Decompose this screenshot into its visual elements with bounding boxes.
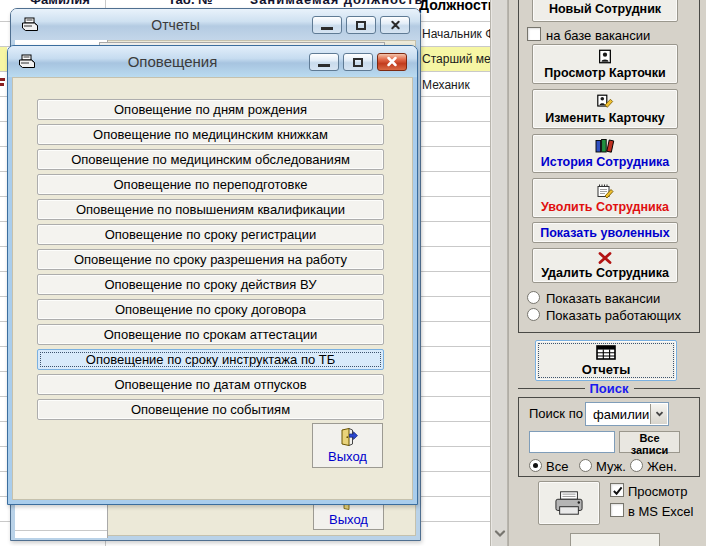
reports-exit-label: Выход [329,512,368,527]
gender-female-radio[interactable] [630,459,643,472]
gender-male-radio[interactable] [579,459,592,472]
books-icon [595,138,615,153]
alert-button[interactable]: Оповещение по повышениям квалификации [37,199,384,220]
bottom-cut-button[interactable] [570,533,660,546]
view-card-label: Просмотр Карточки [544,66,665,80]
preview-checkbox[interactable] [610,483,624,497]
alert-button[interactable]: Оповещение по дням рождения [37,99,384,120]
excel-label: в MS Excel [628,504,693,519]
alert-button[interactable]: Оповещение по сроку действия ВУ [37,274,384,295]
reports-window-titlebar[interactable]: Отчеты [11,9,420,40]
table-grid-icon [596,345,616,360]
alerts-window-client: Оповещение по дням рождения Оповещение п… [12,77,413,500]
close-icon [390,20,401,30]
close-icon [386,56,398,67]
printer-fax-icon [18,54,36,70]
reports-button-label: Отчеты [582,362,631,377]
table-vertical-scrollbar[interactable] [490,0,508,546]
alert-button[interactable]: Оповещение по медицинским книжкам [37,124,384,145]
search-group-label: Поиск [590,381,629,396]
edit-card-label: Изменить Карточку [545,111,665,125]
close-button[interactable] [377,53,407,71]
maximize-button[interactable] [343,53,373,71]
delete-employee-button[interactable]: Удалить Сотрудника [532,248,678,283]
table-row[interactable]: Начальник Ф [422,27,494,41]
alert-button-focused[interactable]: Оповещение по сроку инструктажа по ТБ [37,349,384,370]
row-text-sliver [0,78,5,81]
alerts-window-title: Оповещения [36,53,309,70]
selected-row-highlight-left [0,47,7,71]
alert-button[interactable]: Оповещение по датам отпусков [37,374,384,395]
column-header-position-long: Занимаемая должность [250,0,423,7]
column-header-position: Должность [419,0,490,15]
preview-label: Просмотр [628,484,687,499]
minimize-button[interactable] [309,53,339,71]
alert-button[interactable]: Оповещение по переподготовке [37,174,384,195]
search-groupbox: Поиск по фамилии Все записи Все Муж. Жен… [518,397,700,477]
gender-female-label: Жен. [647,459,677,474]
app-screen: Фамилия Таб. № Занимаемая должность Долж… [0,0,706,546]
view-card-button[interactable]: Просмотр Карточки [532,44,678,84]
person-portrait-icon [597,49,613,64]
chevron-down-icon [655,411,664,417]
history-label: История Сотрудника [541,155,670,169]
row-text-sliver [0,83,4,86]
printer-fax-icon [21,17,39,33]
table-row[interactable]: Старший мех [422,52,496,66]
reports-window-title: Отчеты [39,17,312,33]
column-header-tab-no: Таб. № [168,0,213,7]
vacancy-base-label: на базе вакансии [546,28,650,43]
employee-actions-panel: Новый Сотрудник на базе вакансии Просмот… [508,0,706,546]
close-button[interactable] [380,16,410,34]
alert-button[interactable]: Оповещение по событиям [37,399,384,420]
search-by-value: фамилии [593,407,649,422]
chevron-down-icon [494,530,506,538]
edit-card-button[interactable]: Изменить Карточку [532,89,678,129]
show-dismissed-label: Показать уволенных [540,226,670,240]
search-query-input[interactable] [529,431,615,453]
alert-button[interactable]: Оповещение по срокам аттестации [37,324,384,345]
vacancy-base-checkbox[interactable] [527,27,541,41]
all-records-button[interactable]: Все записи [619,431,680,453]
dismiss-employee-label: Уволить Сотрудника [541,200,669,214]
alerts-exit-label: Выход [328,449,367,464]
notepad-pencil-icon [596,183,614,198]
open-door-arrow-icon [338,427,358,447]
dismiss-employee-button[interactable]: Уволить Сотрудника [532,178,678,218]
maximize-button[interactable] [346,16,376,34]
minimize-button[interactable] [312,16,342,34]
new-employee-label: Новый Сотрудник [549,2,661,16]
printer-icon [551,489,587,517]
gender-all-label: Все [546,459,568,474]
gender-all-radio[interactable] [529,459,542,472]
print-button[interactable] [538,481,600,525]
show-working-radio[interactable] [527,308,540,321]
alerts-window-titlebar[interactable]: Оповещения [8,46,417,77]
search-by-label: Поиск по [529,406,583,421]
new-employee-button[interactable]: Новый Сотрудник [532,0,678,22]
alert-button[interactable]: Оповещение по сроку разрешения на работу [37,249,384,270]
red-x-icon [597,252,613,264]
column-header-surname: Фамилия [30,0,90,7]
panel-divider [508,0,509,546]
history-button[interactable]: История Сотрудника [532,134,678,173]
delete-employee-label: Удалить Сотрудника [541,266,669,280]
gender-male-label: Муж. [596,459,626,474]
alert-button[interactable]: Оповещение по медицинским обследованиям [37,149,384,170]
reports-button[interactable]: Отчеты [535,340,677,381]
table-row[interactable]: Механик [422,78,470,92]
alert-button[interactable]: Оповещение по сроку регистрации [37,224,384,245]
alerts-exit-button[interactable]: Выход [312,423,383,468]
alerts-window: Оповещения Оповещение по дням рождения О… [7,45,418,505]
combobox-drop-button[interactable] [650,404,667,424]
alert-button[interactable]: Оповещение по сроку договора [37,299,384,320]
search-group-header: Поиск [518,381,700,396]
person-pencil-icon [596,94,614,109]
checkmark-icon [612,485,623,496]
show-vacancies-radio[interactable] [527,291,540,304]
show-vacancies-label: Показать вакансии [546,291,660,306]
scroll-down-button[interactable] [492,524,508,544]
show-dismissed-button[interactable]: Показать уволенных [532,222,678,243]
excel-checkbox[interactable] [610,503,624,517]
search-by-combobox[interactable]: фамилии [585,402,669,426]
